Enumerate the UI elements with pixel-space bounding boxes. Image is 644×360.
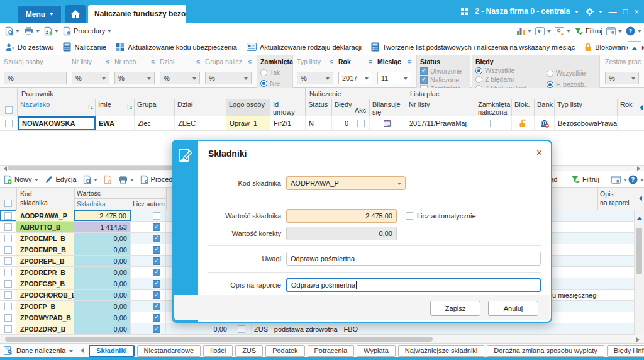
cell-imie[interactable]: EWA bbox=[96, 116, 135, 130]
grid-settings-button[interactable] bbox=[611, 171, 627, 188]
opis-cell[interactable] bbox=[597, 222, 634, 232]
component-row[interactable]: ZPODZDRO_B0,000,00ZUS - podstawa zdrowot… bbox=[0, 323, 634, 335]
apps-grid-icon[interactable] bbox=[460, 8, 469, 16]
component-value-cell[interactable]: 0,00 bbox=[74, 278, 131, 289]
col-dzial[interactable]: Dział bbox=[175, 99, 226, 116]
description-cell[interactable]: ZUS - podstawa zdrowotna - FBO bbox=[252, 323, 597, 334]
help-button[interactable]: ? bbox=[626, 26, 641, 36]
action-tworzenie-list-podstawowych-[interactable]: Tworzenie list podstawowych i naliczenia… bbox=[371, 42, 575, 52]
print-button[interactable] bbox=[118, 175, 134, 184]
component-value-cell[interactable]: 0,00 bbox=[74, 323, 131, 334]
status-naliczone-checkbox[interactable]: Naliczone bbox=[420, 76, 467, 84]
cell-zamknieta-checkbox[interactable] bbox=[475, 116, 512, 130]
row-checkbox[interactable] bbox=[0, 290, 16, 300]
dzial-select[interactable]: % bbox=[160, 72, 200, 84]
back-panel-button[interactable] bbox=[535, 27, 551, 35]
component-value-cell[interactable]: 0,00 bbox=[74, 290, 131, 300]
cell-akc-checkbox[interactable] bbox=[352, 116, 370, 130]
row-checkbox[interactable] bbox=[0, 244, 16, 255]
zakres-f-bezosb-option[interactable]: F. bezosb. bbox=[547, 81, 586, 88]
filter-button[interactable]: Filtruj bbox=[574, 27, 602, 35]
component-code-cell[interactable]: ZPODEMPR_B bbox=[16, 244, 74, 255]
select-all-checkbox[interactable] bbox=[0, 99, 18, 116]
cell-nazwisko[interactable]: NOWAKOWSKA bbox=[18, 116, 96, 130]
licz-autom-cell[interactable] bbox=[131, 267, 166, 278]
cell-id-umowy[interactable]: Fir2/1 bbox=[270, 116, 306, 130]
select-all-checkbox[interactable] bbox=[4, 200, 12, 207]
collapse-toolbar-button[interactable] bbox=[628, 41, 641, 52]
components-vscrollbar[interactable] bbox=[634, 210, 644, 335]
wartosc-skladnika-input[interactable]: 2 475,00 bbox=[286, 209, 397, 223]
licz-autom-cell[interactable] bbox=[131, 222, 166, 232]
home-tab[interactable] bbox=[65, 5, 86, 23]
close-icon[interactable]: × bbox=[536, 147, 542, 159]
employee-row[interactable]: NOWAKOWSKA EWA Zlec ZLEC Upraw_1 Fir2/1 … bbox=[0, 116, 644, 131]
component-value-cell[interactable]: 0,00 bbox=[74, 301, 131, 312]
opis-cell[interactable] bbox=[597, 278, 634, 289]
opis-cell[interactable] bbox=[597, 233, 634, 244]
zestaw-prac-select[interactable]: % bbox=[605, 72, 639, 84]
col-kod[interactable]: Kod bbox=[20, 190, 32, 198]
opis-cell[interactable] bbox=[597, 267, 634, 278]
licz-autom-cell[interactable] bbox=[131, 312, 166, 323]
minimize-button[interactable]: — bbox=[609, 8, 617, 16]
zamknieta-nie-option[interactable]: Nie bbox=[260, 79, 289, 87]
scroll-up-icon[interactable] bbox=[637, 214, 642, 220]
component-code-cell[interactable]: ZPODZDRO_B bbox=[16, 323, 74, 334]
korekta-cell[interactable]: 0,00 bbox=[166, 323, 231, 334]
col-bank[interactable]: Bank bbox=[535, 99, 555, 116]
document-button[interactable] bbox=[104, 175, 112, 184]
component-code-cell[interactable]: ZPODWYPAD_B bbox=[16, 312, 74, 323]
components-hscrollbar[interactable] bbox=[0, 335, 644, 343]
component-code-cell[interactable]: ZPODCHOROB_B bbox=[16, 290, 74, 300]
col-status[interactable]: Status bbox=[306, 99, 332, 116]
cell-nr-listy[interactable]: 2017/11/PrawaMaj bbox=[406, 116, 475, 130]
document-tab[interactable]: Naliczanie funduszy bezos bbox=[88, 5, 186, 23]
preview-document-button[interactable] bbox=[83, 175, 97, 184]
chart-button[interactable] bbox=[516, 27, 531, 35]
col-grupa[interactable]: Grupa bbox=[135, 99, 175, 116]
licz-autom-cell[interactable] bbox=[131, 233, 166, 244]
component-value-cell[interactable]: 2 475,00 bbox=[74, 210, 131, 221]
component-code-cell[interactable]: ZPODFGSP_B bbox=[16, 278, 74, 289]
opis-cell[interactable] bbox=[597, 301, 634, 312]
col-logo-osoby[interactable]: Logo osoby bbox=[226, 99, 270, 116]
col-opis[interactable]: Opis bbox=[600, 190, 614, 198]
component-value-cell[interactable]: 0,00 bbox=[74, 233, 131, 244]
opis-cell[interactable] bbox=[597, 323, 634, 334]
action-naliczanie[interactable]: Naliczanie bbox=[63, 42, 106, 52]
preview-document-button[interactable] bbox=[5, 26, 19, 36]
col-nr-listy[interactable]: Nr listy bbox=[406, 99, 475, 116]
nr-rach-select[interactable]: % bbox=[114, 72, 155, 84]
chevron-left-icon[interactable] bbox=[636, 196, 642, 201]
cancel-button[interactable]: Anuluj bbox=[488, 301, 538, 316]
licz-autom-cell[interactable] bbox=[131, 244, 166, 255]
window-settings-warning-button[interactable] bbox=[555, 27, 570, 35]
row-checkbox[interactable] bbox=[0, 222, 16, 232]
col-blok[interactable]: Blok. bbox=[512, 99, 535, 116]
scroll-tabs-left[interactable] bbox=[78, 348, 84, 353]
close-button[interactable]: × bbox=[634, 8, 639, 16]
component-value-cell[interactable]: 0,00 bbox=[74, 267, 131, 278]
cell-bilansuje[interactable] bbox=[370, 116, 406, 130]
tab-ilości[interactable]: Ilości bbox=[203, 345, 233, 357]
row-checkbox[interactable] bbox=[0, 233, 16, 244]
kod-skladnika-select[interactable]: AODPRAWA_P bbox=[286, 176, 406, 190]
scrollbar-thumb[interactable] bbox=[636, 228, 642, 274]
tab-składniki[interactable]: Składniki bbox=[89, 345, 134, 357]
print-button[interactable] bbox=[24, 26, 40, 35]
row-checkbox[interactable] bbox=[0, 210, 16, 221]
cell-blok[interactable] bbox=[512, 116, 535, 130]
scroll-columns-left[interactable] bbox=[635, 99, 644, 116]
component-code-cell[interactable]: AODPRAWA_P bbox=[16, 210, 74, 221]
col-zamknieta-naliczona[interactable]: Zamknięta naliczona bbox=[475, 99, 512, 116]
col-typ-listy[interactable]: Typ listy bbox=[555, 99, 618, 116]
bledy-wszystkie-option[interactable]: Wszystkie bbox=[475, 67, 528, 74]
licz-autom-cell[interactable] bbox=[131, 210, 166, 221]
status-utworzone-checkbox[interactable]: Utworzone bbox=[420, 67, 467, 75]
scrollbar-thumb[interactable] bbox=[5, 337, 433, 342]
action-aktualizowanie-kodu-ubezpiec[interactable]: Aktualizowanie kodu ubezpieczenia bbox=[116, 43, 237, 52]
row-checkbox[interactable] bbox=[0, 301, 16, 312]
opis-cell[interactable] bbox=[597, 290, 634, 300]
typ-listy-select[interactable]: % bbox=[297, 72, 333, 84]
